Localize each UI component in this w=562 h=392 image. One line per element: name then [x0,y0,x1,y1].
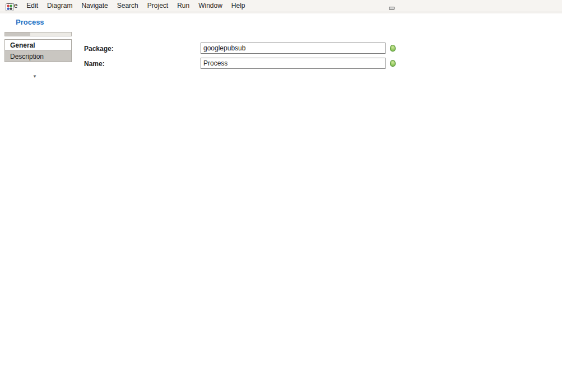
menu-edit[interactable]: Edit [22,1,43,11]
properties-heading: Process [16,18,44,26]
section-scroll-down-icon[interactable]: ▼ [32,74,37,79]
lightbulb-icon[interactable] [390,45,396,52]
menu-run[interactable]: Run [173,1,194,11]
package-field-label: Package: [84,45,114,53]
module-icon [6,3,13,11]
menubar: File Edit Diagram Navigate Search Projec… [0,0,562,11]
lightbulb-icon[interactable] [390,60,396,67]
properties-panel: Properties ✕ ⚠ Problems ? BW Help Consol… [0,254,409,336]
package-field-input[interactable] [201,43,385,54]
scrollbar-thumb[interactable] [5,32,30,36]
section-tab-general[interactable]: General [4,39,72,51]
menu-window[interactable]: Window [194,1,227,11]
name-field-label: Name: [84,60,105,68]
menu-navigate[interactable]: Navigate [77,1,112,11]
menu-help[interactable]: Help [227,1,250,11]
section-tab-description[interactable]: Description [4,50,72,62]
menu-project[interactable]: Project [143,1,173,11]
properties-content: Process General Description ▼ Package: N… [0,13,562,392]
menu-search[interactable]: Search [113,1,143,11]
tibco-business-studio-window: File Edit Diagram Navigate Search Projec… [0,0,562,392]
menu-diagram[interactable]: Diagram [43,1,77,11]
minimize-icon[interactable] [388,4,394,10]
name-field-input[interactable] [201,58,385,69]
section-scrollbar[interactable] [4,32,72,36]
